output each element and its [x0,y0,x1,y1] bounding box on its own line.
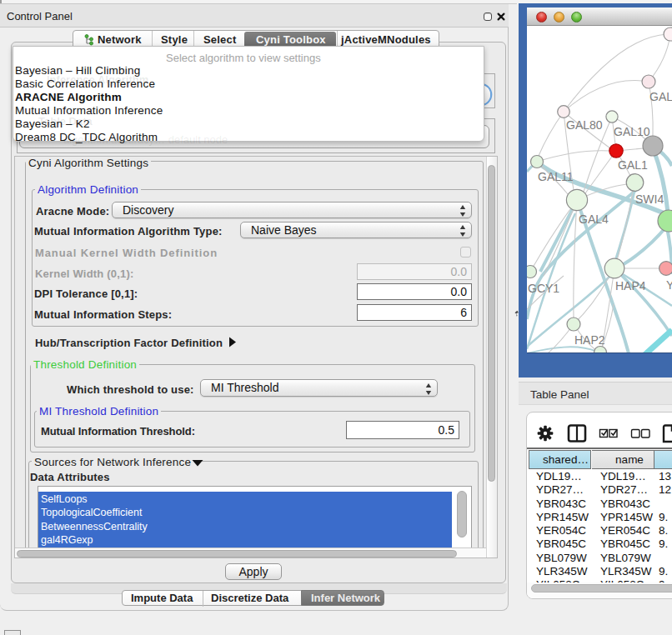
svg-text:HAP4: HAP4 [615,279,646,292]
svg-text:GCY1: GCY1 [528,282,559,295]
svg-text:GAL4: GAL4 [579,212,609,226]
svg-text:GAL10: GAL10 [614,125,650,138]
svg-text:HAP2: HAP2 [574,333,605,347]
svg-text:GAL1: GAL1 [618,158,648,172]
svg-text:GAL4: GAL4 [649,90,672,103]
svg-text:Y: Y [666,278,672,292]
svg-text:GAL11: GAL11 [538,170,574,183]
svg-text:GAL80: GAL80 [566,118,603,132]
svg-text:SWI4: SWI4 [635,192,664,206]
